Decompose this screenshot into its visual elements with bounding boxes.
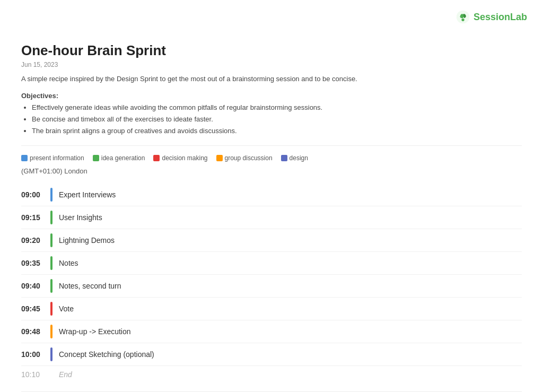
objectives-list: Effectively generate ideas while avoidin…: [21, 102, 522, 137]
schedule-bar: [50, 302, 52, 316]
schedule-item-name: User Insights: [59, 213, 102, 222]
objective-item: The brain sprint aligns a group of creat…: [32, 125, 522, 137]
schedule-row: 09:48Wrap-up -> Execution: [21, 320, 522, 343]
divider: [21, 145, 522, 146]
objectives-section: Objectives: Effectively generate ideas w…: [21, 92, 522, 137]
schedule-bar: [50, 211, 52, 224]
legend-label: group discussion: [225, 154, 273, 162]
legend-label: present information: [30, 154, 84, 162]
schedule-bar: [50, 188, 52, 202]
page-wrapper: SessionLab One-hour Brain Sprint Jun 15,…: [0, 0, 543, 392]
legend-color-swatch: [21, 155, 28, 161]
page-description: A simple recipe inspired by the Design S…: [21, 74, 522, 84]
schedule-bar: [50, 325, 52, 338]
schedule-row: 10:00Concept Sketching (optional): [21, 343, 522, 366]
schedule-row: 09:20Lightning Demos: [21, 229, 522, 252]
schedule-row: 09:35Notes: [21, 252, 522, 275]
schedule-row: 09:15User Insights: [21, 206, 522, 229]
schedule-bar: [50, 347, 52, 361]
legend-color-swatch: [216, 155, 223, 161]
legend: present informationidea generationdecisi…: [21, 154, 522, 162]
schedule-row: 09:00Expert Interviews: [21, 184, 522, 206]
schedule-time: 09:48: [21, 327, 50, 336]
schedule-time: 10:00: [21, 350, 50, 359]
legend-label: design: [290, 154, 308, 162]
schedule-item-name: Concept Sketching (optional): [59, 350, 154, 359]
legend-color-swatch: [281, 155, 287, 161]
timezone: (GMT+01:00) London: [21, 167, 522, 175]
schedule-bar: [50, 233, 52, 247]
sessionlab-icon: [456, 10, 470, 24]
schedule-row: 09:45Vote: [21, 298, 522, 320]
objectives-label: Objectives:: [21, 92, 522, 100]
objective-item: Be concise and timebox all of the exerci…: [32, 114, 522, 125]
schedule-time: 09:35: [21, 259, 50, 267]
schedule-item-name: Wrap-up -> Execution: [59, 327, 131, 336]
legend-label: idea generation: [101, 154, 145, 162]
header-logo: SessionLab: [456, 10, 527, 24]
page-title: One-hour Brain Sprint: [21, 42, 522, 59]
schedule-time: 09:15: [21, 213, 50, 222]
schedule-bar: [50, 279, 52, 293]
legend-item: decision making: [153, 154, 207, 162]
objective-item: Effectively generate ideas while avoidin…: [32, 102, 522, 114]
schedule-item-name: Lightning Demos: [59, 236, 115, 245]
schedule-row: 09:40Notes, second turn: [21, 275, 522, 298]
schedule-row: 10:10End: [21, 366, 522, 383]
schedule-item-name: Vote: [59, 304, 74, 313]
schedule-time: 09:00: [21, 190, 50, 199]
schedule-time: 09:40: [21, 282, 50, 290]
legend-color-swatch: [93, 155, 99, 161]
svg-point-1: [461, 19, 464, 21]
schedule-time: 10:10: [21, 370, 50, 379]
legend-color-swatch: [153, 155, 160, 161]
legend-label: decision making: [162, 154, 207, 162]
logo-text: SessionLab: [474, 12, 527, 23]
schedule-item-name: Notes: [59, 259, 78, 267]
legend-item: design: [281, 154, 308, 162]
schedule-time: 09:20: [21, 236, 50, 245]
logo-session: Session: [474, 12, 510, 22]
logo-lab: Lab: [510, 12, 527, 22]
legend-item: idea generation: [93, 154, 145, 162]
schedule-time: 09:45: [21, 304, 50, 313]
page-date: Jun 15, 2023: [21, 61, 522, 68]
schedule-bar: [50, 256, 52, 270]
legend-item: group discussion: [216, 154, 273, 162]
schedule: 09:00Expert Interviews09:15User Insights…: [21, 184, 522, 383]
schedule-item-name: Expert Interviews: [59, 190, 116, 199]
legend-item: present information: [21, 154, 84, 162]
schedule-item-name: End: [59, 370, 72, 379]
schedule-item-name: Notes, second turn: [59, 282, 121, 290]
